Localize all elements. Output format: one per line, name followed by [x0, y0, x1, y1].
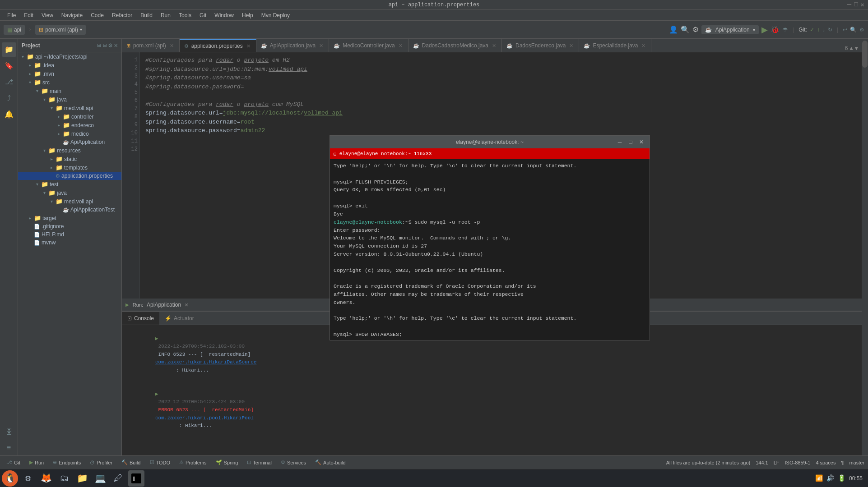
- list-item[interactable]: ▾ 📁 java: [18, 95, 121, 104]
- tab-close-pom[interactable]: ✕: [169, 42, 175, 49]
- tab-api-application[interactable]: ☕ ApiApplication.java ✕: [256, 39, 329, 52]
- taskbar-app-intellij[interactable]: I: [128, 470, 144, 487]
- menu-help[interactable]: Help: [238, 11, 257, 19]
- status-spring[interactable]: 🌱 Spring: [213, 459, 241, 465]
- list-item[interactable]: ☕ ApiApplicationTest: [18, 206, 121, 214]
- database-icon[interactable]: 🗄: [2, 425, 16, 439]
- git-down-icon[interactable]: ↓: [822, 27, 825, 33]
- menu-refactor[interactable]: Refactor: [108, 11, 136, 19]
- notifications-icon[interactable]: 🔔: [2, 107, 16, 122]
- undo-icon[interactable]: ↩: [843, 27, 847, 33]
- menu-edit[interactable]: Edit: [20, 11, 37, 19]
- tab-pom[interactable]: ⊞ pom.xml (api) ✕: [122, 39, 180, 52]
- tab-especialidade[interactable]: ☕ Especialidade.java ✕: [579, 39, 651, 52]
- terminal-restore-btn[interactable]: □: [626, 138, 635, 147]
- status-run[interactable]: ▶ Run: [27, 459, 46, 465]
- tab-close-espec[interactable]: ✕: [641, 42, 646, 49]
- tab-dados-cadastro[interactable]: ☕ DadosCadastroMedico.java ✕: [408, 39, 502, 52]
- list-item[interactable]: ▸ 📁 static: [18, 155, 121, 163]
- tab-actuator[interactable]: ⚡ Actuator: [159, 312, 200, 325]
- tree-icon-scope[interactable]: ⊞: [97, 41, 101, 49]
- status-services[interactable]: ⚙ Services: [278, 459, 309, 465]
- taskbar-app-terminal[interactable]: 💻: [92, 470, 108, 487]
- status-git[interactable]: ⎇ Git: [4, 459, 23, 465]
- status-build[interactable]: 🔨 Build: [119, 459, 143, 465]
- taskbar-app-files[interactable]: 🗂: [56, 470, 72, 487]
- search-icon[interactable]: 🔍: [681, 25, 690, 34]
- menu-file[interactable]: File: [4, 11, 19, 19]
- settings-icon[interactable]: ⚙: [692, 25, 699, 34]
- status-terminal[interactable]: ⊡ Terminal: [244, 459, 274, 465]
- menu-mvn-deploy[interactable]: Mvn Deploy: [258, 11, 293, 19]
- minimize-btn[interactable]: ─: [847, 1, 852, 9]
- tab-medico-controller[interactable]: ☕ MedicoController.java ✕: [329, 39, 408, 52]
- terminal-close-btn[interactable]: ✕: [637, 138, 646, 147]
- list-item[interactable]: ▸ 📁 templates: [18, 163, 121, 172]
- git-sidebar-icon[interactable]: ⎇: [2, 75, 16, 89]
- taskbar-app-settings[interactable]: ⚙: [20, 470, 36, 487]
- close-btn[interactable]: ✕: [861, 1, 864, 9]
- project-tree-icon[interactable]: 📁: [2, 42, 16, 57]
- scroll-down-btn[interactable]: ▼: [855, 46, 858, 52]
- menu-tools[interactable]: Tools: [175, 11, 195, 19]
- debug-icon[interactable]: 🐞: [771, 25, 780, 34]
- user-icon[interactable]: 👤: [669, 25, 678, 34]
- gear-icon[interactable]: ⚙: [859, 27, 864, 33]
- list-item[interactable]: ▸ 📁 medico: [18, 129, 121, 138]
- list-item[interactable]: 📄 .gitignore: [18, 222, 121, 230]
- taskbar-app-folder[interactable]: 📁: [74, 470, 90, 487]
- tab-close-endereco[interactable]: ✕: [568, 42, 574, 49]
- status-endpoints[interactable]: ⊕ Endpoints: [50, 459, 84, 465]
- taskbar-app-firefox[interactable]: 🦊: [38, 470, 54, 487]
- menu-git[interactable]: Git: [196, 11, 210, 19]
- git-check-icon[interactable]: ✓: [810, 27, 814, 33]
- tab-close-props[interactable]: ✕: [246, 43, 251, 50]
- run-button[interactable]: ▶: [761, 25, 768, 35]
- tab-close-api[interactable]: ✕: [318, 42, 324, 49]
- list-item[interactable]: ▸ 📁 target: [18, 214, 121, 222]
- list-item[interactable]: ▾ 📁 java: [18, 188, 121, 197]
- list-item[interactable]: ▾ 📁 src: [18, 78, 121, 87]
- menu-code[interactable]: Code: [87, 11, 107, 19]
- sql-exception-link[interactable]: SQLException: [182, 455, 218, 456]
- list-item[interactable]: ▸ 📁 controller: [18, 112, 121, 121]
- scroll-up-btn[interactable]: ▲: [850, 46, 853, 52]
- maximize-btn[interactable]: □: [854, 1, 858, 9]
- tab-application-properties[interactable]: ⚙ application.properties ✕: [180, 39, 256, 52]
- status-problems[interactable]: ⚠ Problems: [176, 459, 209, 465]
- console-content[interactable]: ▶ 2022-12-29T00:54:22.102-03:00 INFO 652…: [122, 325, 862, 455]
- list-item[interactable]: ▸ 📁 .idea: [18, 61, 121, 69]
- console-link[interactable]: com.zaxxer.hikari.HikariDataSource: [155, 359, 256, 365]
- list-item[interactable]: 📄 mvnw: [18, 239, 121, 247]
- list-item[interactable]: ▾ 📁 main: [18, 87, 121, 95]
- list-item[interactable]: ▸ 📁 endereco: [18, 121, 121, 129]
- menu-build[interactable]: Build: [137, 11, 156, 19]
- terminal-content[interactable]: Type 'help;' or '\h' for help. Type '\c'…: [330, 159, 650, 340]
- taskbar-app-ubuntu[interactable]: 🐧: [2, 470, 18, 487]
- list-item[interactable]: ▾ 📁 med.voll.api: [18, 104, 121, 112]
- project-selector[interactable]: ▦ api: [4, 25, 25, 35]
- menu-navigate[interactable]: Navigate: [58, 11, 86, 19]
- structure-icon[interactable]: ≡: [2, 441, 16, 455]
- tab-dados-endereco[interactable]: ☕ DadosEndereco.java ✕: [502, 39, 579, 52]
- coverage-icon[interactable]: ☂: [782, 26, 788, 33]
- tree-icon-settings[interactable]: ⚙: [108, 41, 112, 49]
- bookmarks-icon[interactable]: 🔖: [2, 59, 16, 73]
- status-autobuild[interactable]: 🔨 Auto-build: [312, 459, 348, 465]
- terminal-minimize-btn[interactable]: ─: [615, 138, 624, 147]
- tree-icon-close[interactable]: ✕: [114, 41, 118, 49]
- pull-requests-icon[interactable]: ⤴: [2, 91, 16, 106]
- search2-icon[interactable]: 🔍: [850, 27, 857, 33]
- menu-run[interactable]: Run: [157, 11, 174, 19]
- list-item[interactable]: ▾ 📁 resources: [18, 146, 121, 155]
- console-link2[interactable]: com.zaxxer.hikari.pool.HikariPool: [155, 415, 254, 421]
- run-close-btn[interactable]: ✕: [185, 301, 188, 308]
- list-item[interactable]: ▾ 📁 test: [18, 180, 121, 188]
- tree-root[interactable]: ▾ 📁 api ~/IdeaProjects/api: [18, 52, 121, 61]
- tab-console[interactable]: ⊡ Console: [122, 312, 159, 325]
- list-item[interactable]: ☕ ApiApplication: [18, 138, 121, 146]
- status-todo[interactable]: ☑ TODO: [147, 459, 173, 465]
- tab-close-dados[interactable]: ✕: [491, 42, 497, 49]
- menu-view[interactable]: View: [38, 11, 57, 19]
- list-item[interactable]: ⚙ application.properties: [18, 172, 121, 180]
